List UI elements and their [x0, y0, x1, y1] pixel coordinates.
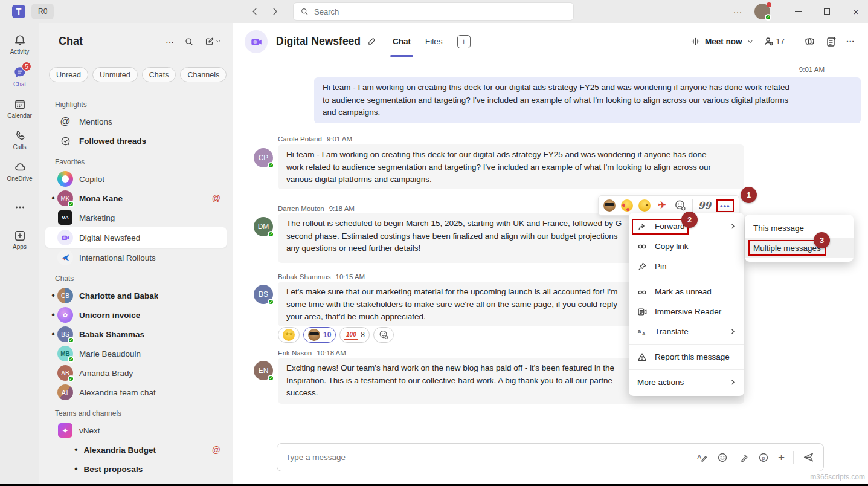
menu-item-translate[interactable]: aA Translate — [629, 322, 744, 342]
sidebar-channel-alexandria-budget[interactable]: • Alexandria Budget @ — [45, 440, 227, 459]
relieved-face-emoji[interactable] — [638, 199, 651, 212]
reaction-hundred[interactable]: 1008 — [339, 327, 370, 343]
rail-item-calendar[interactable]: Calendar — [0, 93, 39, 125]
rail-item-chat[interactable]: 5 Chat — [0, 60, 39, 93]
message-bubble-received[interactable]: Hi team - I am working on creating this … — [278, 144, 744, 189]
message-bubble-sent[interactable]: Hi team - I am working on creating this … — [314, 77, 861, 123]
sidebar-item-marie-beaudouin[interactable]: MB✓ Marie Beaudouin — [45, 344, 227, 363]
emoji-icon[interactable] — [716, 452, 728, 464]
search-input[interactable] — [314, 7, 567, 16]
rail-item-onedrive[interactable]: OneDrive — [0, 156, 39, 187]
compose-bar[interactable]: A p + — [277, 443, 824, 471]
message-timestamp: 9:01 AM — [799, 66, 825, 73]
tab-chat[interactable]: Chat — [393, 23, 411, 60]
at-icon: @ — [57, 115, 73, 128]
dog-with-sunglasses-emoji[interactable] — [603, 199, 616, 212]
rail-item-calls[interactable]: Calls — [0, 125, 39, 156]
add-reaction-icon[interactable] — [674, 199, 687, 212]
maximize-button[interactable] — [815, 0, 839, 23]
avatar[interactable]: EN✓ — [254, 361, 273, 380]
sidebar-item-marketing[interactable]: VA Marketing — [45, 208, 227, 227]
sidebar-item-vnext[interactable]: ✦ vNext — [45, 421, 227, 440]
menu-item-copy-link[interactable]: Copy link — [629, 236, 744, 256]
unread-dot: • — [49, 195, 57, 201]
attach-plus-icon[interactable]: + — [778, 451, 785, 464]
menu-item-mark-as-unread[interactable]: Mark as unread — [629, 282, 744, 302]
settings-more-button[interactable]: ··· — [725, 0, 750, 23]
user-avatar[interactable]: ✓ — [754, 4, 770, 19]
notes-add-icon[interactable] — [825, 36, 837, 48]
avatar[interactable]: BS✓ — [254, 285, 273, 304]
workspace-tab[interactable]: R0 — [31, 4, 54, 19]
new-chat-button[interactable] — [204, 36, 222, 47]
forward-button[interactable] — [266, 2, 283, 21]
rail-more-button[interactable] — [0, 196, 39, 219]
section-favorites: Favorites — [55, 158, 227, 167]
send-icon[interactable] — [802, 451, 815, 464]
sidebar-item-mentions[interactable]: @ Mentions — [45, 112, 227, 131]
translate-icon: aA — [637, 326, 648, 337]
avatar[interactable]: CP✓ — [254, 148, 273, 167]
menu-item-report-this-message[interactable]: Report this message — [629, 347, 744, 367]
sidebar-item-followed-threads[interactable]: Followed threads — [45, 131, 227, 151]
unread-dot: • — [49, 293, 57, 299]
warning-icon — [637, 352, 648, 363]
minimize-button[interactable] — [786, 0, 810, 23]
filter-unread[interactable]: Unread — [49, 67, 88, 82]
sidebar-item-charlotte-and-babak[interactable]: • CB Charlotte and Babak — [45, 286, 227, 305]
filter-channels[interactable]: Channels — [180, 67, 227, 82]
chat-more-button[interactable]: ··· — [846, 37, 855, 47]
copilot-rewrite-icon[interactable] — [737, 452, 749, 464]
filter-chats[interactable]: Chats — [142, 67, 176, 82]
sidebar-search-button[interactable] — [184, 36, 194, 47]
chat-header: Digital Newsfeed Chat Files + Meet now 1… — [233, 23, 868, 60]
presence-available-icon: ✓ — [268, 162, 274, 169]
sidebar-item-unicorn-invoice[interactable]: • ✿ Unicorn invoice — [45, 305, 227, 325]
filter-unmuted[interactable]: Unmuted — [92, 67, 138, 82]
sidebar-item-alexandria-team-chat[interactable]: AT Alexandria team chat — [45, 383, 227, 402]
tab-files[interactable]: Files — [425, 23, 443, 60]
add-people-button[interactable]: 17 — [763, 36, 785, 47]
rail-item-activity[interactable]: Activity — [0, 29, 39, 60]
avatar[interactable]: DM✓ — [254, 217, 273, 236]
message-more-options-button[interactable]: ••• — [716, 199, 734, 212]
reaction-dog-sunglasses[interactable]: 10 — [303, 327, 336, 343]
sidebar-more-button[interactable]: ··· — [166, 37, 174, 47]
smiling-face-with-hearts-emoji[interactable] — [621, 199, 633, 212]
reaction-star-struck[interactable]: ★★ — [278, 327, 300, 343]
sidebar-item-international-rollouts[interactable]: International Rollouts — [45, 248, 227, 267]
submenu-item-this-message[interactable]: This message — [745, 218, 854, 238]
sidebar-item-digital-newsfeed[interactable]: Digital Newsfeed — [45, 227, 227, 248]
format-icon[interactable]: A — [696, 452, 708, 464]
copilot-icon[interactable] — [803, 35, 816, 48]
message-input[interactable] — [286, 453, 687, 462]
sidebar-item-mona-kane[interactable]: • MK✓ Mona Kane @ — [45, 189, 227, 208]
edit-pencil-icon[interactable] — [367, 36, 377, 47]
svg-text:p: p — [762, 455, 765, 461]
sidebar-item-babak-shammas[interactable]: • BS✓ Babak Shammas — [45, 325, 227, 344]
app-rail: Activity 5 Chat Calendar Calls OneDrive … — [0, 23, 39, 486]
airplane-emoji[interactable]: ✈ — [656, 199, 668, 212]
menu-item-more-actions[interactable]: More actions — [629, 372, 744, 392]
loop-icon[interactable]: p — [757, 452, 770, 464]
sidebar-item-amanda-brady[interactable]: AB✓ Amanda Brady — [45, 363, 227, 383]
add-tab-button[interactable]: + — [457, 35, 471, 48]
paper-plane-icon — [57, 250, 73, 265]
back-button[interactable] — [246, 2, 263, 21]
sidebar-channel-best-proposals[interactable]: • Best proposals — [45, 459, 227, 479]
meet-now-button[interactable]: Meet now — [690, 36, 754, 47]
followed-check-icon — [57, 135, 73, 147]
chevron-down-icon — [747, 38, 754, 45]
mention-badge: @ — [212, 445, 220, 455]
rail-item-apps[interactable]: Apps — [0, 224, 39, 256]
quote-reply-icon[interactable]: 99 — [698, 200, 711, 211]
menu-item-pin[interactable]: Pin — [629, 256, 744, 276]
submenu-item-multiple-messages[interactable]: Multiple messages — [745, 238, 854, 258]
add-reaction-button[interactable] — [373, 327, 394, 343]
close-button[interactable]: × — [844, 0, 868, 23]
search-bar[interactable] — [293, 2, 574, 21]
sidebar-item-copilot[interactable]: Copilot — [45, 169, 227, 189]
chat-title: Digital Newsfeed — [276, 35, 361, 48]
presence-available-icon: ✓ — [68, 201, 74, 207]
menu-item-immersive-reader[interactable]: Immersive Reader — [629, 302, 744, 322]
